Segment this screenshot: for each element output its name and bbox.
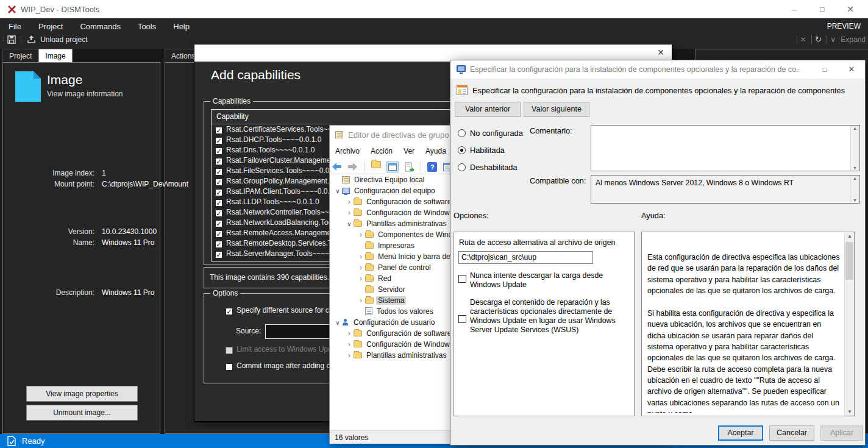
scroll-down-icon[interactable]: ▼ <box>853 166 857 170</box>
expander-icon[interactable]: › <box>345 207 354 218</box>
gpedit-menu-item[interactable]: Ver <box>398 144 420 158</box>
expander-icon[interactable]: › <box>345 196 354 207</box>
help-icon[interactable]: ? <box>427 162 437 172</box>
menu-item-file[interactable]: File <box>0 18 30 35</box>
limit-access-checkbox[interactable]: ✓Limit access to Windows Update <box>226 345 342 354</box>
radio-habilitada[interactable]: Habilitada <box>458 146 505 155</box>
expander-icon[interactable]: › <box>345 350 354 361</box>
expander-icon[interactable]: ∨ <box>333 186 342 197</box>
tree-label: Configuración de Windows <box>365 208 455 217</box>
toolbar-separator <box>21 35 21 44</box>
unmount-image-button[interactable]: Unmount image... <box>26 405 138 421</box>
checkbox-checked-icon[interactable]: ✓ <box>215 199 222 207</box>
close-button[interactable]: ✕ <box>836 0 864 18</box>
tree-label: Servidor <box>376 285 407 294</box>
radio-icon[interactable] <box>458 146 466 154</box>
minimize-button[interactable]: – <box>780 0 808 18</box>
menu-item-project[interactable]: Project <box>30 18 71 35</box>
expander-icon[interactable]: › <box>357 229 365 240</box>
help-scrollbar[interactable]: ▲ ▼ <box>844 232 854 416</box>
scrollbar[interactable]: ▲▼ <box>850 126 859 171</box>
menu-item-commands[interactable]: Commands <box>71 18 129 35</box>
state-radio-group: No configuradaHabilitadaDeshabilitada <box>450 60 591 182</box>
checkbox-checked-icon[interactable]: ✓ <box>215 137 222 144</box>
radio-no-configurada[interactable]: No configurada <box>458 129 523 138</box>
scroll-up-icon[interactable]: ▲ <box>847 233 852 239</box>
console-tree-icon[interactable] <box>386 162 399 172</box>
checkbox-checked-icon[interactable]: ✓ <box>215 220 222 227</box>
cancel-button[interactable]: Cancelar <box>769 425 814 441</box>
forward-icon[interactable] <box>347 162 358 171</box>
expander-icon[interactable]: › <box>357 295 365 306</box>
chevron-down-icon[interactable]: ∨ <box>830 35 836 44</box>
tab-project[interactable]: Project <box>2 49 38 62</box>
download-direct-checkbox[interactable] <box>458 315 466 323</box>
save-icon[interactable] <box>7 35 16 44</box>
expander-icon[interactable]: › <box>357 251 365 262</box>
expander-icon[interactable]: › <box>357 273 365 284</box>
scrollbar-thumb[interactable] <box>845 242 853 280</box>
gpedit-menu-item[interactable]: Ayuda <box>420 144 452 158</box>
checkbox-checked-icon[interactable]: ✓ <box>215 158 222 165</box>
close-panel-icon[interactable]: ✕ <box>800 35 806 44</box>
checkbox-checked-icon[interactable]: ✓ <box>215 168 222 176</box>
unload-project-button[interactable]: Unload project <box>40 35 87 44</box>
view-image-properties-button[interactable]: View image properties <box>26 386 138 402</box>
tree-label: Impresoras <box>376 241 416 250</box>
maximize-button[interactable]: □ <box>808 0 836 18</box>
field-label: Description: <box>3 288 94 297</box>
supported-on-label: Compatible con: <box>530 176 586 185</box>
close-button[interactable]: ✕ <box>838 60 865 79</box>
menu-item-tools[interactable]: Tools <box>129 18 165 35</box>
checkbox-checked-icon[interactable]: ✓ <box>215 148 222 155</box>
refresh-icon[interactable]: ↻ <box>815 35 822 44</box>
checkbox-checked-icon[interactable]: ✓ <box>215 179 222 186</box>
maximize-button[interactable]: □ <box>811 60 838 79</box>
menu-item-help[interactable]: Help <box>165 18 198 35</box>
tree-label: Plantillas administrativas <box>365 351 448 360</box>
unload-project-icon[interactable] <box>27 35 36 44</box>
toolbar-grip-icon[interactable]: ⁞ <box>2 36 3 43</box>
checkbox-checked-icon[interactable]: ✓ <box>215 241 222 248</box>
close-icon[interactable]: ✕ <box>657 48 664 57</box>
expander-icon[interactable]: ∨ <box>333 318 342 329</box>
tab-image[interactable]: Image <box>38 49 72 62</box>
preview-badge: PREVIEW <box>827 22 861 30</box>
checkbox-checked-icon[interactable]: ✓ <box>215 189 222 196</box>
folder-up-icon[interactable] <box>371 161 381 168</box>
radio-icon[interactable] <box>458 163 466 171</box>
tree-label: Directiva Equipo local <box>352 176 426 184</box>
expander-icon[interactable]: › <box>357 262 365 273</box>
never-download-checkbox[interactable] <box>458 275 466 283</box>
values-icon <box>365 307 372 315</box>
expand-button[interactable]: Expand <box>841 35 866 44</box>
checkbox-checked-icon[interactable]: ✓ <box>215 230 222 238</box>
gpedit-menu-item[interactable]: Archivo <box>330 144 365 158</box>
export-list-icon[interactable] <box>405 162 414 172</box>
expander-icon[interactable]: › <box>345 339 354 350</box>
checkbox-checked-icon[interactable]: ✓ <box>215 251 222 258</box>
radio-deshabilitada[interactable]: Deshabilitada <box>458 163 518 172</box>
alt-source-path-input[interactable]: C:\dtprojs\can_src\uup <box>458 251 593 264</box>
comment-input[interactable]: ▲▼ <box>591 125 860 171</box>
checkbox-checked-icon[interactable]: ✓ <box>215 210 222 217</box>
accept-button[interactable]: Aceptar <box>718 425 763 441</box>
scroll-up-icon[interactable]: ▲ <box>853 126 857 130</box>
checkbox-checked-icon[interactable]: ✓ <box>226 308 233 315</box>
expander-icon[interactable]: › <box>345 328 354 339</box>
scroll-down-icon[interactable]: ▼ <box>847 409 852 414</box>
scrollbar[interactable]: ▲▼ <box>850 176 859 203</box>
user-icon <box>342 319 349 326</box>
checkbox-unchecked-icon[interactable]: ✓ <box>226 347 233 354</box>
supported-on-box[interactable]: Al menos Windows Server 2012, Windows 8 … <box>591 175 860 204</box>
checkbox-checked-icon[interactable]: ✓ <box>215 127 222 134</box>
checkbox-unchecked-icon[interactable]: ✓ <box>226 363 233 371</box>
radio-icon[interactable] <box>458 129 466 137</box>
scroll-up-icon[interactable]: ▲ <box>853 176 857 180</box>
scroll-down-icon[interactable]: ▼ <box>853 198 857 202</box>
expander-icon[interactable]: ∨ <box>345 219 354 230</box>
gpedit-menu-item[interactable]: Acción <box>365 144 398 158</box>
folder-icon <box>354 210 362 216</box>
back-icon[interactable] <box>332 162 342 171</box>
image-panel: Image View image information Image index… <box>2 62 160 434</box>
